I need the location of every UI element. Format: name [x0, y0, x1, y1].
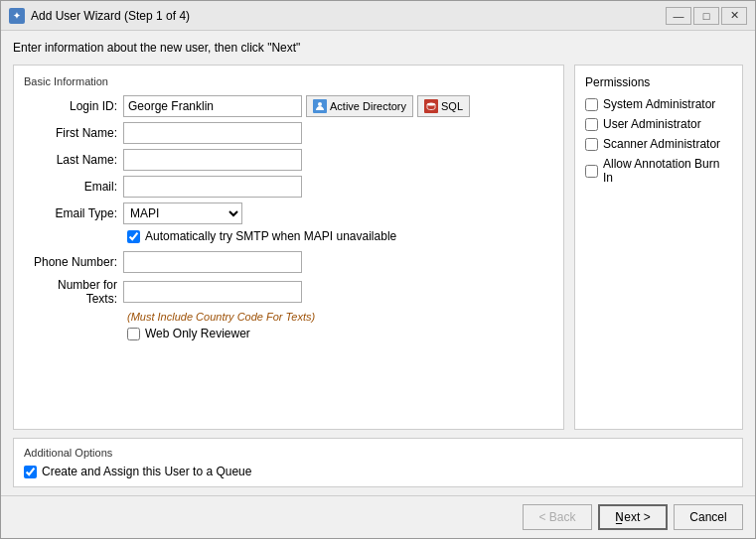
basic-info-title: Basic Information: [24, 75, 553, 87]
cancel-button[interactable]: Cancel: [674, 504, 743, 530]
perm-user-admin-row: User Administrator: [585, 117, 732, 131]
email-type-row: Email Type: MAPI SMTP: [24, 202, 553, 224]
email-input[interactable]: [123, 176, 302, 198]
left-panel: Basic Information Login ID: Active Direc…: [13, 65, 564, 430]
footer: < Back N̲ext > Cancel: [1, 495, 755, 538]
login-id-label: Login ID:: [24, 99, 123, 113]
maximize-button[interactable]: □: [693, 7, 719, 25]
login-id-controls: Active Directory SQL: [123, 95, 470, 117]
subtitle-text: Enter information about the new user, th…: [13, 41, 743, 55]
annotation-burnin-label: Allow Annotation Burn In: [603, 157, 732, 185]
email-type-controls: MAPI SMTP: [123, 202, 242, 224]
active-directory-button[interactable]: Active Directory: [306, 95, 413, 117]
auto-smtp-label: Automatically try SMTP when MAPI unavail…: [145, 229, 396, 243]
phone-row: Phone Number:: [24, 251, 553, 273]
window-icon: ✦: [9, 8, 25, 24]
texts-label: Number for Texts:: [24, 278, 123, 306]
user-admin-checkbox[interactable]: [585, 118, 598, 131]
first-name-input[interactable]: [123, 122, 302, 144]
system-admin-checkbox[interactable]: [585, 98, 598, 111]
annotation-burnin-checkbox[interactable]: [585, 165, 598, 178]
phone-label: Phone Number:: [24, 255, 123, 269]
web-only-checkbox[interactable]: [127, 328, 140, 340]
next-button[interactable]: N̲ext >: [598, 504, 668, 530]
active-directory-icon: [313, 99, 327, 113]
texts-input[interactable]: [123, 281, 302, 303]
user-admin-label: User Administrator: [603, 117, 701, 131]
queue-checkbox[interactable]: [24, 466, 37, 478]
phone-input[interactable]: [123, 251, 302, 273]
content-area: Enter information about the new user, th…: [1, 31, 755, 495]
main-window: ✦ Add User Wizard (Step 1 of 4) — □ ✕ En…: [0, 0, 756, 539]
auto-smtp-row: Automatically try SMTP when MAPI unavail…: [127, 229, 553, 243]
svg-point-0: [318, 102, 322, 106]
last-name-row: Last Name:: [24, 149, 553, 171]
email-type-select[interactable]: MAPI SMTP: [123, 202, 242, 224]
additional-options-title: Additional Options: [24, 447, 732, 459]
scanner-admin-checkbox[interactable]: [585, 138, 598, 151]
additional-options-section: Additional Options Create and Assign thi…: [13, 438, 743, 487]
perm-scanner-admin-row: Scanner Administrator: [585, 137, 732, 151]
auto-smtp-checkbox[interactable]: [127, 230, 140, 243]
close-button[interactable]: ✕: [721, 7, 747, 25]
queue-label: Create and Assign this User to a Queue: [42, 465, 251, 478]
perm-annotation-row: Allow Annotation Burn In: [585, 157, 732, 185]
texts-row: Number for Texts:: [24, 278, 553, 306]
last-name-label: Last Name:: [24, 153, 123, 167]
cancel-label: Cancel: [689, 510, 726, 524]
permissions-panel: Permissions System Administrator User Ad…: [574, 65, 743, 430]
svg-point-1: [427, 103, 435, 106]
system-admin-label: System Administrator: [603, 97, 715, 111]
email-row: Email:: [24, 176, 553, 198]
title-buttons: — □ ✕: [666, 7, 747, 25]
back-button[interactable]: < Back: [523, 504, 592, 530]
first-name-label: First Name:: [24, 126, 123, 140]
sql-label: SQL: [441, 100, 463, 112]
sql-button[interactable]: SQL: [417, 95, 470, 117]
window-title: Add User Wizard (Step 1 of 4): [31, 9, 666, 23]
email-type-label: Email Type:: [24, 206, 123, 220]
web-only-row: Web Only Reviewer: [127, 327, 553, 340]
sql-icon: [424, 99, 438, 113]
web-only-label: Web Only Reviewer: [145, 327, 250, 340]
country-hint: (Must Include Country Code For Texts): [127, 311, 553, 323]
perm-system-admin-row: System Administrator: [585, 97, 732, 111]
back-label: < Back: [538, 510, 575, 524]
title-bar: ✦ Add User Wizard (Step 1 of 4) — □ ✕: [1, 1, 755, 31]
next-label: N̲ext >: [615, 510, 650, 524]
minimize-button[interactable]: —: [666, 7, 691, 25]
main-area: Basic Information Login ID: Active Direc…: [13, 65, 743, 430]
email-label: Email:: [24, 180, 123, 194]
scanner-admin-label: Scanner Administrator: [603, 137, 720, 151]
queue-row: Create and Assign this User to a Queue: [24, 465, 732, 478]
login-id-row: Login ID: Active Directory: [24, 95, 553, 117]
first-name-row: First Name:: [24, 122, 553, 144]
active-directory-label: Active Directory: [330, 100, 406, 112]
login-id-input[interactable]: [123, 95, 302, 117]
last-name-input[interactable]: [123, 149, 302, 171]
permissions-title: Permissions: [585, 75, 732, 89]
